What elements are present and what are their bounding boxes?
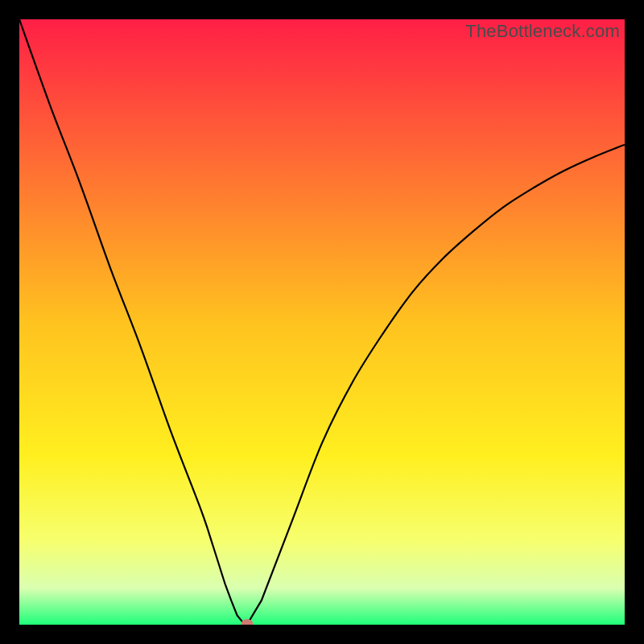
plot-area: TheBottleneck.com (19, 19, 625, 625)
watermark-text: TheBottleneck.com (465, 21, 620, 42)
minimum-marker (241, 619, 253, 625)
bottleneck-curve (19, 19, 625, 625)
